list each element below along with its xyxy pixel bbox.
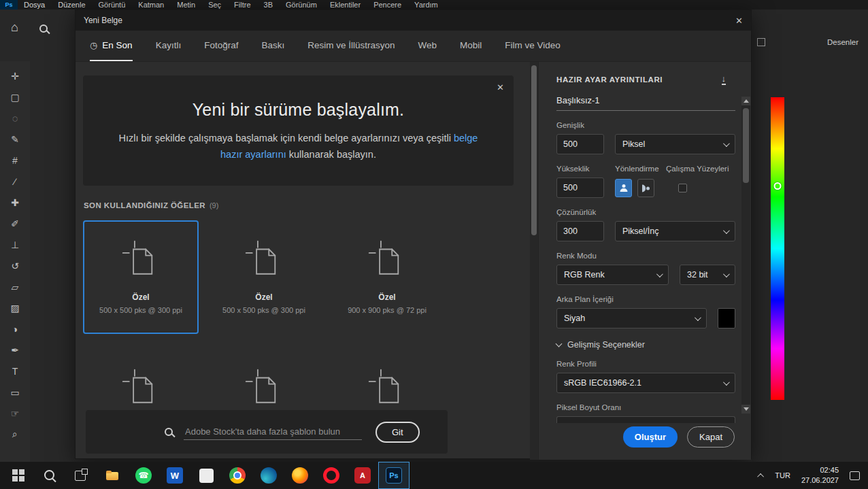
orientation-portrait-button[interactable]: [615, 179, 632, 197]
opera-taskbar-button[interactable]: [316, 462, 347, 489]
menu-item[interactable]: Yardım: [414, 1, 438, 9]
menu-item[interactable]: Eklentiler: [330, 1, 361, 9]
hue-marker[interactable]: [774, 182, 782, 190]
menu-item[interactable]: 3B: [264, 1, 273, 9]
history-brush-tool-icon[interactable]: ↺: [0, 255, 30, 276]
search-taskbar-button[interactable]: [34, 462, 65, 489]
taskbar-apps: WAPs: [3, 462, 410, 489]
word-taskbar-button[interactable]: W: [159, 462, 190, 489]
save-preset-icon[interactable]: [722, 74, 727, 85]
white-app-taskbar-button[interactable]: [190, 462, 222, 489]
tab-baski[interactable]: Baskı: [261, 31, 284, 61]
eyedropper-tool-icon[interactable]: ∕: [0, 171, 30, 192]
dodge-tool-icon[interactable]: ◑: [0, 318, 30, 339]
panel-icon[interactable]: [757, 38, 765, 46]
go-button[interactable]: Git: [375, 422, 420, 443]
edge-taskbar-button[interactable]: [253, 462, 284, 489]
content-scrollbar[interactable]: [530, 62, 538, 460]
marquee-tool-icon[interactable]: ▢: [0, 86, 30, 107]
home-icon[interactable]: ⌂: [11, 20, 18, 35]
language-indicator[interactable]: TUR: [775, 471, 790, 479]
tab-film-ve-video[interactable]: Film ve Video: [505, 31, 561, 61]
scroll-up-icon[interactable]: [741, 97, 750, 105]
close-button[interactable]: Kapat: [687, 426, 735, 448]
recent-item[interactable]: Özel500 x 500 pks @ 300 ppi: [206, 220, 322, 334]
move-tool-icon[interactable]: ✛: [0, 65, 30, 86]
advanced-options-toggle[interactable]: Gelişmiş Seçenekler: [556, 340, 735, 350]
search-icon[interactable]: [39, 23, 48, 35]
notification-center-icon[interactable]: [850, 471, 860, 480]
eraser-tool-icon[interactable]: ▱: [0, 276, 30, 297]
menu-item[interactable]: Görüntü: [99, 1, 126, 9]
background-contents-select[interactable]: Siyah: [556, 308, 707, 328]
zoom-tool-icon[interactable]: ⌕: [0, 424, 30, 445]
document-name-input[interactable]: [556, 94, 735, 111]
firefox-taskbar-button[interactable]: [284, 462, 316, 489]
background-color-swatch[interactable]: [718, 308, 735, 328]
menu-item[interactable]: Katman: [138, 1, 164, 9]
color-profile-select[interactable]: sRGB IEC61966-2.1: [556, 373, 735, 393]
preset-spec: 500 x 500 pks @ 300 ppi: [99, 306, 182, 314]
tab-mobil[interactable]: Mobil: [460, 31, 482, 61]
stock-search-input[interactable]: [184, 424, 362, 440]
shape-tool-icon[interactable]: ▭: [0, 382, 30, 403]
width-input[interactable]: [556, 134, 604, 154]
recent-item[interactable]: Özel500 x 500 pks @ 300 ppi: [83, 220, 199, 334]
color-hue-strip[interactable]: [771, 97, 784, 400]
brush-tool-icon[interactable]: ✐: [0, 213, 30, 234]
orientation-landscape-button[interactable]: [637, 179, 654, 197]
tab-en-son[interactable]: En Son: [90, 31, 133, 61]
height-input[interactable]: [556, 178, 604, 198]
task-view-taskbar-button[interactable]: [65, 462, 97, 489]
lasso-tool-icon[interactable]: ◌: [0, 107, 30, 129]
menu-item[interactable]: Seç: [208, 1, 221, 9]
file-explorer-taskbar-button[interactable]: [97, 462, 128, 489]
pixel-aspect-select[interactable]: [556, 416, 735, 423]
photoshop-logo: Ps: [0, 0, 18, 10]
tab-fotograf[interactable]: Fotoğraf: [204, 31, 238, 61]
tab-resim-ve-illustrasyon[interactable]: Resim ve İllüstrasyon: [307, 31, 395, 61]
menu-item[interactable]: Filtre: [234, 1, 250, 9]
scrollbar-thumb[interactable]: [531, 65, 537, 235]
quick-selection-tool-icon[interactable]: ✎: [0, 129, 30, 150]
menu-item[interactable]: Pencere: [373, 1, 401, 9]
clock[interactable]: 02:45 27.06.2027: [801, 465, 839, 486]
create-button[interactable]: Oluştur: [623, 426, 678, 448]
resolution-unit-select[interactable]: Piksel/İnç: [615, 221, 735, 241]
banner-close-icon[interactable]: [497, 82, 504, 92]
unit-select[interactable]: Piksel: [615, 134, 735, 154]
color-mode-label: Renk Modu: [556, 252, 735, 260]
tab-web[interactable]: Web: [418, 31, 437, 61]
recent-item[interactable]: Özel900 x 900 pks @ 72 ppi: [329, 220, 445, 334]
color-mode-select[interactable]: RGB Renk: [556, 265, 669, 285]
clone-stamp-tool-icon[interactable]: ⊥: [0, 234, 30, 255]
chrome-taskbar-button[interactable]: [222, 462, 253, 489]
whatsapp-taskbar-button[interactable]: [128, 462, 159, 489]
crop-tool-icon[interactable]: #: [0, 150, 30, 171]
menu-item[interactable]: Görünüm: [286, 1, 317, 9]
acrobat-icon: A: [354, 467, 371, 484]
resolution-input[interactable]: [556, 221, 604, 241]
bit-depth-select[interactable]: 32 bit: [680, 265, 735, 285]
scrollbar-thumb[interactable]: [743, 108, 749, 183]
preset-details-panel: HAZIR AYAR AYRINTILARI Genişlik Piksel Y…: [538, 62, 751, 460]
patterns-panel-label[interactable]: Desenler: [827, 38, 858, 46]
menu-item[interactable]: Dosya: [24, 1, 45, 9]
scroll-down-icon[interactable]: [741, 405, 750, 414]
pen-tool-icon[interactable]: ✒: [0, 339, 30, 360]
start-taskbar-button[interactable]: [3, 462, 34, 489]
gradient-tool-icon[interactable]: ▨: [0, 297, 30, 318]
chevron-down-icon: [556, 341, 563, 348]
photoshop-taskbar-button[interactable]: Ps: [378, 462, 410, 489]
tab-kayitli[interactable]: Kayıtlı: [156, 31, 182, 61]
acrobat-taskbar-button[interactable]: A: [347, 462, 378, 489]
hand-tool-icon[interactable]: ☞: [0, 403, 30, 424]
dialog-close-icon[interactable]: [735, 16, 743, 26]
healing-brush-tool-icon[interactable]: ✚: [0, 192, 30, 213]
menu-item[interactable]: Metin: [177, 1, 195, 9]
preset-scrollbar[interactable]: [741, 97, 750, 414]
tray-expand-icon[interactable]: [757, 473, 764, 479]
type-tool-icon[interactable]: T: [0, 360, 30, 382]
artboards-checkbox[interactable]: [678, 184, 687, 192]
menu-item[interactable]: Düzenle: [58, 1, 85, 9]
